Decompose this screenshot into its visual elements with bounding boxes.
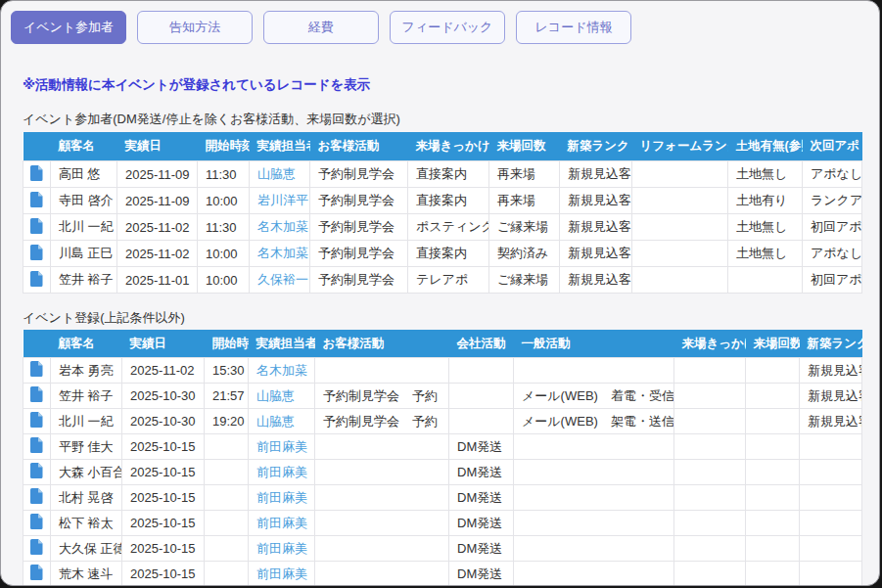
column-header: 顧客名 [51,132,117,161]
next-appointment-cell: アポなし [803,161,862,188]
new-build-rank-cell: 新規見込客 [560,241,632,267]
document-icon[interactable] [30,412,43,428]
visit-count-cell [746,460,800,485]
customer-name-cell: 荒木 速斗 [51,562,122,587]
staff-link[interactable]: 前田麻美 [249,511,315,536]
performance-date-cell: 2025-10-15 [122,460,205,485]
new-build-rank-cell: 新規見込客 [560,214,632,241]
start-time-cell: 15:30 [205,358,249,384]
staff-link[interactable]: 久保裕一 [250,267,310,294]
new-build-rank-cell: 新規見込客 [800,409,862,434]
tab-expenses[interactable]: 経費 [263,11,379,44]
event-participants-table: 顧客名 実績日 開始時刻 実績担当者 お客様活動 来場きっかけ 来場回数 新築ラ… [23,132,862,294]
table-row: 北川 一紀2025-11-0211:30名木加菜予約制見学会ポスティングご縁来場… [23,214,862,241]
record-icon-cell [23,384,51,409]
table-row: 川島 正巳2025-11-0210:00名木加菜予約制見学会直接案内契約済み新規… [23,241,862,267]
tab-record-info[interactable]: レコード情報 [516,11,631,44]
performance-date-cell: 2025-10-15 [122,434,205,460]
start-time-cell: 11:30 [198,161,250,188]
document-icon[interactable] [30,386,43,402]
tab-notification-method[interactable]: 告知方法 [137,11,253,44]
document-icon[interactable] [30,192,43,207]
start-time-cell [205,460,249,485]
column-header: 来場回数 [746,330,800,358]
visit-count-cell [746,384,800,409]
visit-count-cell [746,409,800,434]
document-icon[interactable] [30,488,43,504]
document-icon[interactable] [30,463,43,478]
staff-link[interactable]: 山脇恵 [249,384,315,409]
column-header: 次回アポ [803,132,862,161]
visit-trigger-cell [674,384,746,409]
table-row: 北村 晃啓2025-10-15前田麻美DM発送 [23,485,862,511]
staff-link[interactable]: 名木加菜 [250,214,310,241]
staff-link[interactable]: 岩川洋平 [250,188,310,214]
document-icon[interactable] [30,437,43,453]
tab-feedback[interactable]: フィードバック [390,11,505,44]
next-appointment-cell: ランクアップ [803,188,862,214]
staff-link[interactable]: 前田麻美 [249,562,315,587]
staff-link[interactable]: 前田麻美 [249,460,315,485]
staff-link[interactable]: 山脇恵 [250,161,310,188]
record-icon-cell [23,562,51,587]
new-build-rank-cell [800,434,862,460]
start-time-cell: 11:30 [198,214,250,241]
customer-name-cell: 大久保 正徳 [51,536,122,562]
staff-link[interactable]: 山脇恵 [249,409,315,434]
table-row: 笠井 裕子2025-11-0110:00久保裕一予約制見学会テレアポご縁来場新規… [23,267,862,294]
table-row: 高田 悠2025-11-0911:30山脇恵予約制見学会直接案内再来場新規見込客… [23,161,862,188]
record-icon-cell [23,214,51,241]
performance-date-cell: 2025-11-09 [117,161,198,188]
visit-trigger-cell: ポスティング [408,214,489,241]
staff-link[interactable]: 名木加菜 [250,241,310,267]
table-row: 寺田 啓介2025-11-0910:00岩川洋平予約制見学会直接案内再来場新規見… [23,188,862,214]
visit-count-cell: ご縁来場 [489,214,560,241]
customer-activity-cell: 予約制見学会 [310,214,408,241]
column-header: 新築ランク [560,132,632,161]
record-icon-cell [23,460,51,485]
customer-activity-cell: 予約制見学会 予約 [315,384,449,409]
customer-activity-cell: 予約制見学会 [310,188,408,214]
general-activity-cell [514,562,674,587]
document-icon[interactable] [30,539,43,555]
staff-link[interactable]: 名木加菜 [249,358,315,384]
column-header: 来場回数 [489,132,560,161]
document-icon[interactable] [30,165,43,181]
visit-trigger-cell [674,485,746,511]
reform-rank-cell [632,267,728,294]
visit-count-cell: 契約済み [489,241,560,267]
customer-name-cell: 寺田 啓介 [51,188,117,214]
document-icon[interactable] [30,271,43,287]
visit-count-cell [746,434,800,460]
document-icon[interactable] [30,361,43,377]
reform-rank-cell [632,188,728,214]
general-activity-cell [514,434,674,460]
new-build-rank-cell: 新規見込客 [800,384,862,409]
document-icon[interactable] [30,514,43,529]
column-header: リフォームランク [632,132,728,161]
general-activity-cell [514,511,674,536]
performance-date-cell: 2025-10-15 [122,536,205,562]
visit-count-cell [746,358,800,384]
visit-trigger-cell [674,562,746,587]
tab-event-participants[interactable]: イベント参加者 [11,11,126,44]
visit-trigger-cell: 直接案内 [408,161,489,188]
staff-link[interactable]: 前田麻美 [249,485,315,511]
table-row: 岩本 勇亮2025-11-0215:30名木加菜新規見込客 [23,358,862,384]
visit-trigger-cell: 直接案内 [408,188,489,214]
document-icon[interactable] [30,565,43,580]
new-build-rank-cell [800,562,862,587]
customer-activity-cell: 予約制見学会 [310,267,408,294]
document-icon[interactable] [30,218,43,234]
staff-link[interactable]: 前田麻美 [249,434,315,460]
document-icon[interactable] [30,245,43,260]
table-row: 平野 佳大2025-10-15前田麻美DM発送 [23,434,862,460]
customer-name-cell: 北村 晃啓 [51,485,122,511]
section-title-participants: イベント参加者(DM発送/停止を除くお客様活動、来場回数が選択) [23,111,858,128]
general-activity-cell: メール(WEB) 着電・受信 [514,384,674,409]
customer-activity-cell [315,562,449,587]
staff-link[interactable]: 前田麻美 [249,536,315,562]
column-header: 土地有無(参照) [728,132,803,161]
customer-name-cell: 岩本 勇亮 [51,358,122,384]
table-row: 松下 裕太2025-10-15前田麻美DM発送 [23,511,862,536]
